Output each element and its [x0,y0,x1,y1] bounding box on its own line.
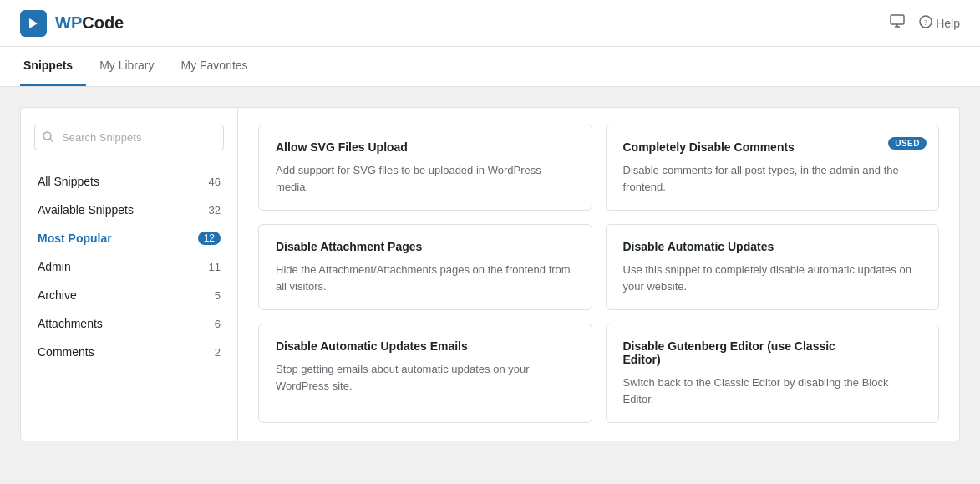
snippet-card-title: Disable Attachment Pages [276,240,575,253]
sidebar-item-count: 32 [209,204,221,217]
sidebar-item-admin[interactable]: Admin 11 [34,252,224,281]
sidebar-item-count: 11 [209,261,221,273]
snippet-card-description: Use this snippet to completely disable a… [623,262,922,294]
svg-line-7 [50,139,53,141]
snippet-card-title: Disable Automatic Updates Emails [276,339,575,353]
sidebar-item-count: 2 [215,346,221,359]
sidebar-item-label: Most Popular [38,232,112,245]
snippet-card-description: Stop getting emails about automatic upda… [276,361,575,394]
logo-text: WPCode [55,13,124,33]
sidebar-item-count: 46 [209,176,221,188]
snippet-card-title: Completely Disable Comments [623,140,922,154]
monitor-icon[interactable] [889,13,906,33]
sidebar-item-count: 12 [198,232,221,245]
nav-tabs: Snippets My Library My Favorites [0,47,980,87]
snippet-card-description: Hide the Attachment/Attachments pages on… [276,262,575,294]
search-box [34,125,224,150]
help-link[interactable]: ? Help [919,15,960,31]
logo-icon [20,10,47,37]
search-input[interactable] [34,125,224,150]
sidebar-item-label: Admin [38,260,71,273]
snippet-card-disable-gutenberg[interactable]: Disable Gutenberg Editor (use Classic Ed… [606,324,940,423]
snippet-card-title: Disable Gutenberg Editor (use Classic Ed… [623,339,922,366]
sidebar-item-count: 5 [215,289,221,302]
search-icon [43,131,53,145]
sidebar-item-label: Available Snippets [38,203,134,217]
header-actions: ? Help [889,13,960,33]
snippet-card-disable-auto-updates-emails[interactable]: Disable Automatic Updates Emails Stop ge… [258,324,592,423]
tab-snippets[interactable]: Snippets [20,47,86,86]
svg-marker-0 [29,18,38,28]
snippet-card-allow-svg[interactable]: Allow SVG Files Upload Add support for S… [258,125,592,211]
used-badge: USED [888,137,927,150]
sidebar-item-available-snippets[interactable]: Available Snippets 32 [34,196,224,224]
snippet-card-disable-comments[interactable]: Completely Disable Comments Disable comm… [606,125,940,211]
sidebar-item-label: Attachments [38,317,103,330]
help-label: Help [936,17,960,30]
snippet-card-disable-auto-updates[interactable]: Disable Automatic Updates Use this snipp… [606,224,940,310]
logo-area: WPCode [20,10,124,37]
sidebar-item-archive[interactable]: Archive 5 [34,281,224,309]
sidebar-item-count: 6 [215,318,221,330]
snippet-card-disable-attachment[interactable]: Disable Attachment Pages Hide the Attach… [258,224,592,310]
sidebar-item-attachments[interactable]: Attachments 6 [34,309,224,338]
sidebar: All Snippets 46 Available Snippets 32 Mo… [21,108,238,441]
tab-my-favorites[interactable]: My Favorites [167,47,261,86]
sidebar-item-label: Comments [38,345,94,359]
snippet-card-description: Switch back to the Classic Editor by dis… [623,374,922,407]
sidebar-nav: All Snippets 46 Available Snippets 32 Mo… [34,167,224,366]
svg-rect-1 [891,15,904,24]
snippet-card-title: Allow SVG Files Upload [276,140,575,154]
sidebar-item-comments[interactable]: Comments 2 [34,338,224,366]
help-circle-icon: ? [919,15,932,31]
sidebar-item-label: Archive [38,288,77,302]
tab-my-library[interactable]: My Library [86,47,167,86]
sidebar-item-most-popular[interactable]: Most Popular 12 [34,224,224,252]
sidebar-item-label: All Snippets [38,175,99,188]
header: WPCode ? Help [0,0,980,47]
main-content: All Snippets 46 Available Snippets 32 Mo… [0,87,980,461]
svg-text:?: ? [924,18,927,27]
snippet-card-title: Disable Automatic Updates [623,240,922,253]
cards-area: Allow SVG Files Upload Add support for S… [238,108,959,441]
content-wrapper: All Snippets 46 Available Snippets 32 Mo… [20,107,960,441]
snippet-card-description: Add support for SVG files to be uploaded… [276,162,575,195]
snippet-card-description: Disable comments for all post types, in … [623,162,922,195]
sidebar-item-all-snippets[interactable]: All Snippets 46 [34,167,224,196]
